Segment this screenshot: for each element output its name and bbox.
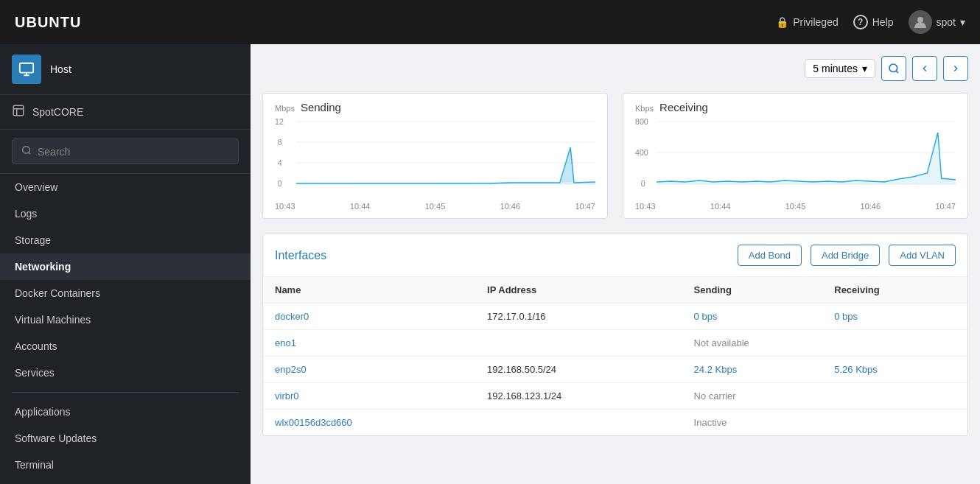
cell-sending: No carrier xyxy=(682,383,967,410)
cell-ip: 172.17.0.1/16 xyxy=(475,304,682,330)
search-icon xyxy=(21,145,32,158)
svg-text:12: 12 xyxy=(275,117,284,126)
svg-marker-19 xyxy=(296,147,595,184)
interfaces-section: Interfaces Add Bond Add Bridge Add VLAN … xyxy=(262,234,968,436)
search-button[interactable] xyxy=(881,56,906,81)
spotcore-label: SpotCORE xyxy=(32,106,83,118)
cell-sending: Not available xyxy=(682,330,967,357)
table-row: enp2s0192.168.50.5/2424.2 Kbps5.26 Kbps xyxy=(263,357,967,383)
add-bond-button[interactable]: Add Bond xyxy=(738,245,802,266)
nav-item-applications[interactable]: Applications xyxy=(0,399,251,425)
sending-title: Sending xyxy=(301,101,341,113)
sending-chart-title-row: Mbps Sending xyxy=(275,101,595,113)
nav-item-software-updates[interactable]: Software Updates xyxy=(0,425,251,452)
cell-receiving: 0 bps xyxy=(822,304,967,330)
svg-text:0: 0 xyxy=(278,179,282,188)
cell-sending: Inactive xyxy=(682,410,967,436)
sending-chart-x-labels: 10:43 10:44 10:45 10:46 10:47 xyxy=(275,202,595,211)
host-icon xyxy=(12,55,41,84)
lock-icon: 🔒 xyxy=(776,16,788,28)
interfaces-table: Name IP Address Sending Receiving docker… xyxy=(263,277,967,435)
nav-item-terminal[interactable]: Terminal xyxy=(0,452,251,478)
sidebar-host-section[interactable]: Host xyxy=(0,44,251,95)
cell-name[interactable]: eno1 xyxy=(263,330,475,357)
charts-row: Mbps Sending 12 8 4 0 xyxy=(262,93,968,219)
spotcore-section[interactable]: SpotCORE xyxy=(0,95,251,130)
sending-chart-area: 12 8 4 0 xyxy=(275,118,595,199)
col-receiving: Receiving xyxy=(822,277,967,304)
receiving-chart: Kbps Receiving 800 400 0 xyxy=(623,93,968,219)
svg-text:0: 0 xyxy=(641,179,645,188)
add-vlan-button[interactable]: Add VLAN xyxy=(889,245,956,266)
svg-line-8 xyxy=(29,152,31,155)
spotcore-icon xyxy=(12,104,25,120)
nav-item-services[interactable]: Services xyxy=(0,360,251,386)
receiving-chart-title-row: Kbps Receiving xyxy=(635,101,956,113)
svg-line-10 xyxy=(896,71,898,73)
svg-text:4: 4 xyxy=(278,158,282,167)
cell-ip xyxy=(475,410,682,436)
add-bridge-button[interactable]: Add Bridge xyxy=(811,245,880,266)
table-row: wlx00156d3cd660Inactive xyxy=(263,410,967,436)
cell-receiving: 5.26 Kbps xyxy=(822,357,967,383)
cell-ip: 192.168.123.1/24 xyxy=(475,383,682,410)
interfaces-title: Interfaces xyxy=(275,249,729,262)
top-controls: 5 minutes ▾ xyxy=(262,56,968,81)
privileged-label: Privileged xyxy=(793,16,838,28)
svg-rect-4 xyxy=(13,105,24,116)
help-label: Help xyxy=(872,16,894,28)
table-row: virbr0192.168.123.1/24No carrier xyxy=(263,383,967,410)
cell-sending: 24.2 Kbps xyxy=(682,357,823,383)
receiving-chart-area: 800 400 0 xyxy=(635,118,956,199)
time-select[interactable]: 5 minutes ▾ xyxy=(805,59,875,78)
main-layout: Host SpotCORE Overview Logs Storage Netw… xyxy=(0,44,980,484)
host-label: Host xyxy=(50,63,71,75)
interfaces-header: Interfaces Add Bond Add Bridge Add VLAN xyxy=(263,234,967,277)
receiving-chart-x-labels: 10:43 10:44 10:45 10:46 10:47 xyxy=(635,202,956,211)
svg-point-9 xyxy=(889,64,897,72)
nav-divider xyxy=(12,392,239,393)
chevron-down-icon: ▾ xyxy=(862,63,867,74)
nav-item-accounts[interactable]: Accounts xyxy=(0,333,251,360)
user-label: spot xyxy=(937,16,956,28)
navbar: UBUNTU 🔒 Privileged ? Help spot ▾ xyxy=(0,0,980,44)
time-select-value: 5 minutes xyxy=(813,63,858,74)
navbar-right: 🔒 Privileged ? Help spot ▾ xyxy=(776,10,965,34)
receiving-title: Receiving xyxy=(659,101,708,113)
svg-text:800: 800 xyxy=(635,117,648,126)
search-input[interactable] xyxy=(38,146,229,158)
svg-text:8: 8 xyxy=(278,138,282,147)
sending-unit: Mbps xyxy=(275,104,295,113)
cell-name[interactable]: enp2s0 xyxy=(263,357,475,383)
nav-item-vms[interactable]: Virtual Machines xyxy=(0,306,251,333)
cell-ip xyxy=(475,330,682,357)
nav-item-networking[interactable]: Networking xyxy=(0,253,251,280)
search-box xyxy=(12,138,239,164)
dropdown-arrow-icon: ▾ xyxy=(960,16,965,28)
privileged-item[interactable]: 🔒 Privileged xyxy=(776,16,838,28)
svg-point-7 xyxy=(23,147,29,153)
cell-ip: 192.168.50.5/24 xyxy=(475,357,682,383)
cell-name[interactable]: wlx00156d3cd660 xyxy=(263,410,475,436)
table-header-row: Name IP Address Sending Receiving xyxy=(263,277,967,304)
col-sending: Sending xyxy=(682,277,823,304)
search-container xyxy=(0,130,251,174)
next-button[interactable] xyxy=(943,56,968,81)
nav-item-docker[interactable]: Docker Containers xyxy=(0,280,251,306)
table-row: eno1Not available xyxy=(263,330,967,357)
receiving-unit: Kbps xyxy=(635,104,654,113)
col-name: Name xyxy=(263,277,475,304)
cell-name[interactable]: docker0 xyxy=(263,304,475,330)
svg-point-0 xyxy=(917,17,923,23)
nav-item-overview[interactable]: Overview xyxy=(0,174,251,200)
help-item[interactable]: ? Help xyxy=(853,15,894,29)
svg-text:400: 400 xyxy=(635,148,648,157)
nav-item-logs[interactable]: Logs xyxy=(0,200,251,227)
cell-name[interactable]: virbr0 xyxy=(263,383,475,410)
content-area: 5 minutes ▾ Mbps Sending xyxy=(251,44,980,484)
user-menu[interactable]: spot ▾ xyxy=(909,10,965,34)
nav-item-storage[interactable]: Storage xyxy=(0,227,251,253)
svg-rect-1 xyxy=(20,63,33,73)
avatar xyxy=(909,10,932,34)
prev-button[interactable] xyxy=(912,56,937,81)
